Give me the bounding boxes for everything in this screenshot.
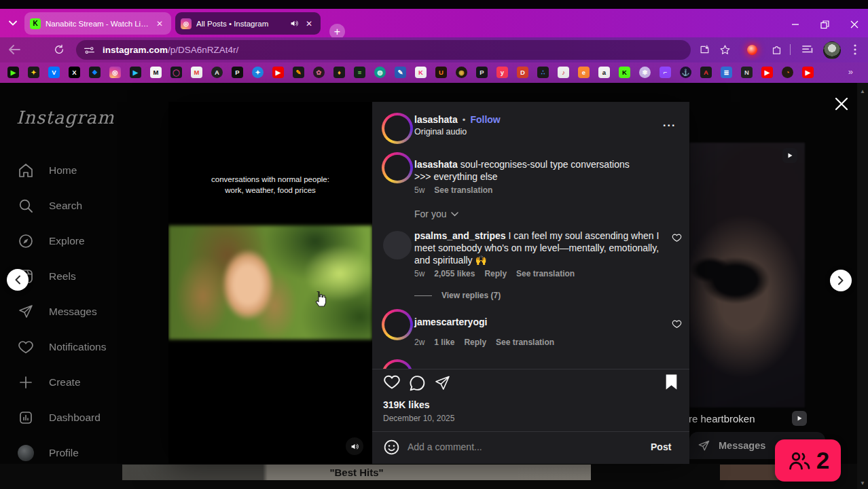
reload-button[interactable]	[52, 42, 67, 57]
site-settings-icon[interactable]	[84, 46, 94, 54]
comment-likes[interactable]: 2,055 likes	[434, 269, 475, 278]
sidebar-item-dashboard[interactable]: Dashboard	[0, 400, 168, 435]
share-icon[interactable]	[434, 375, 451, 391]
bookmark-vk-icon[interactable]: V	[48, 67, 60, 78]
bookmark-lavender-icon[interactable]: ✾	[639, 67, 651, 78]
tab-kick-stream[interactable]: K Nanabitc Stream - Watch Live ✕	[24, 12, 171, 35]
bookmark-teal-globe-icon[interactable]: ◍	[374, 67, 386, 78]
comment-likes[interactable]: 1 like	[434, 338, 454, 347]
bookmark-youtube-3-icon[interactable]: ▶	[802, 67, 814, 78]
comments-filter[interactable]: For you	[414, 209, 458, 219]
post-comment-button[interactable]: Post	[651, 441, 671, 452]
address-bar[interactable]: instagram.com/p/DSA6nRZAt4r/	[76, 40, 691, 60]
commenter-username[interactable]: jamescarteryogi	[414, 316, 487, 327]
tab-close-icon[interactable]: ✕	[303, 18, 315, 29]
reply-link[interactable]: Reply	[484, 269, 507, 278]
bookmark-blue-circle-icon[interactable]: ✦	[252, 67, 264, 78]
browser-profile-avatar[interactable]	[823, 41, 841, 59]
window-restore-button[interactable]	[813, 16, 836, 33]
bookmark-doc-blue-icon[interactable]: ≣	[721, 67, 732, 78]
bookmark-kick-icon[interactable]: K	[619, 67, 630, 78]
tab-search-chevron-icon[interactable]	[5, 16, 20, 31]
window-close-button[interactable]	[843, 16, 866, 33]
audio-toggle-button[interactable]	[346, 437, 363, 455]
tab-instagram[interactable]: ◎ All Posts • Instagram ✕	[175, 12, 321, 35]
scroll-up-arrow[interactable]: ▲	[857, 88, 868, 94]
bookmark-gmail-icon[interactable]: M	[191, 67, 202, 78]
bookmark-bluesky-icon[interactable]: ❖	[89, 67, 101, 78]
bookmark-blue-pen-icon[interactable]: ✎	[395, 67, 406, 78]
sidebar-item-notifications[interactable]: Notifications	[0, 329, 168, 365]
emoji-picker-icon[interactable]	[383, 439, 400, 456]
tab-close-icon[interactable]: ✕	[153, 18, 166, 29]
bookmark-d-red-icon[interactable]: D	[517, 67, 528, 78]
bookmark-purple-ring-icon[interactable]: ◯	[170, 67, 182, 78]
bookmark-anchor-pink-icon[interactable]: ⚓	[680, 67, 691, 78]
bookmarks-overflow-chevron[interactable]: »	[848, 67, 853, 77]
bookmark-x-twitter-icon[interactable]: X	[69, 67, 80, 78]
scroll-down-arrow[interactable]: ▼	[857, 480, 868, 486]
save-post-icon[interactable]	[664, 374, 679, 391]
like-comment-icon[interactable]	[672, 320, 682, 329]
bookmark-green-lines-icon[interactable]: ≡	[354, 67, 365, 78]
post-options-icon[interactable]: ...	[663, 117, 676, 129]
window-minimize-button[interactable]	[784, 16, 807, 33]
bookmark-star-icon[interactable]	[717, 42, 732, 57]
bookmark-e-orange-icon[interactable]: e	[578, 67, 590, 78]
bookmark-pencil-icon[interactable]: ✎	[293, 67, 304, 78]
like-comment-icon[interactable]	[672, 234, 682, 243]
bookmark-gold-badge-icon[interactable]: ◉	[456, 67, 467, 78]
sidebar-item-create[interactable]: Create	[0, 365, 168, 400]
instagram-logo[interactable]: Instagram	[16, 107, 115, 128]
bookmark-medium-icon[interactable]: M	[150, 67, 162, 78]
author-username[interactable]: lasashata	[414, 114, 458, 125]
back-button[interactable]	[7, 42, 22, 57]
bookmark-amazon-icon[interactable]: a	[598, 67, 610, 78]
comment-input[interactable]: Add a comment...	[408, 441, 482, 452]
recording-indicator-icon[interactable]	[747, 45, 757, 55]
see-translation-link[interactable]: See translation	[434, 185, 492, 195]
close-modal-icon[interactable]	[833, 95, 850, 113]
bookmark-gauge-icon[interactable]: ◔	[782, 67, 793, 78]
sidebar-panel-icon[interactable]	[800, 42, 815, 57]
save-page-icon[interactable]	[697, 42, 712, 57]
bookmark-twitch-icon[interactable]: ⌐	[659, 67, 671, 78]
bookmark-youtube-2-icon[interactable]: ▶	[761, 67, 773, 78]
post-media[interactable]: conversations with normal people: work, …	[168, 102, 372, 464]
next-post-button[interactable]	[830, 270, 852, 291]
caption-avatar[interactable]	[382, 152, 413, 183]
see-translation-link[interactable]: See translation	[516, 269, 575, 278]
bookmark-kick-play-icon[interactable]: ▶	[7, 67, 19, 78]
author-avatar[interactable]	[382, 113, 413, 144]
bookmark-a-red-icon[interactable]: A	[700, 67, 712, 78]
extensions-icon[interactable]	[769, 42, 784, 57]
bookmark-flame-icon[interactable]: ♦	[333, 67, 345, 78]
bookmark-instagram-icon[interactable]: ◎	[109, 67, 121, 78]
bookmark-dark-flower-icon[interactable]: ✿	[313, 67, 325, 78]
follow-button[interactable]: Follow	[470, 114, 500, 125]
bookmark-y-red-icon[interactable]: y	[496, 67, 508, 78]
commenter-avatar[interactable]	[382, 309, 413, 340]
sidebar-item-explore[interactable]: Explore	[0, 223, 168, 259]
viewers-badge[interactable]: 2	[775, 439, 841, 482]
page-scrollbar[interactable]: ▲ ▼	[857, 83, 868, 489]
view-replies[interactable]: View replies (7)	[414, 291, 501, 300]
bookmark-youtube-icon[interactable]: ▶	[272, 67, 284, 78]
bookmark-u-orange-icon[interactable]: U	[435, 67, 447, 78]
bookmark-color-dots-icon[interactable]: ∴	[537, 67, 549, 78]
see-translation-link[interactable]: See translation	[496, 338, 554, 347]
like-count[interactable]: 319K likes	[383, 399, 430, 410]
bookmark-teal-play-icon[interactable]: ▶	[130, 67, 141, 78]
bookmark-dark-n-icon[interactable]: N	[741, 67, 753, 78]
sidebar-item-messages[interactable]: Messages	[0, 294, 168, 329]
like-post-icon[interactable]	[383, 375, 401, 391]
bookmark-k-pink-icon[interactable]: K	[415, 67, 427, 78]
comment-icon[interactable]	[409, 375, 426, 392]
bookmark-note-flag-icon[interactable]: ♪	[558, 67, 569, 78]
commenter-avatar[interactable]	[383, 231, 412, 259]
reply-link[interactable]: Reply	[464, 338, 486, 347]
tab-speaker-icon[interactable]	[290, 19, 299, 28]
browser-menu-icon[interactable]	[848, 42, 863, 57]
sidebar-item-search[interactable]: Search	[0, 188, 168, 223]
bookmark-p-dark-icon[interactable]: P	[476, 67, 488, 78]
